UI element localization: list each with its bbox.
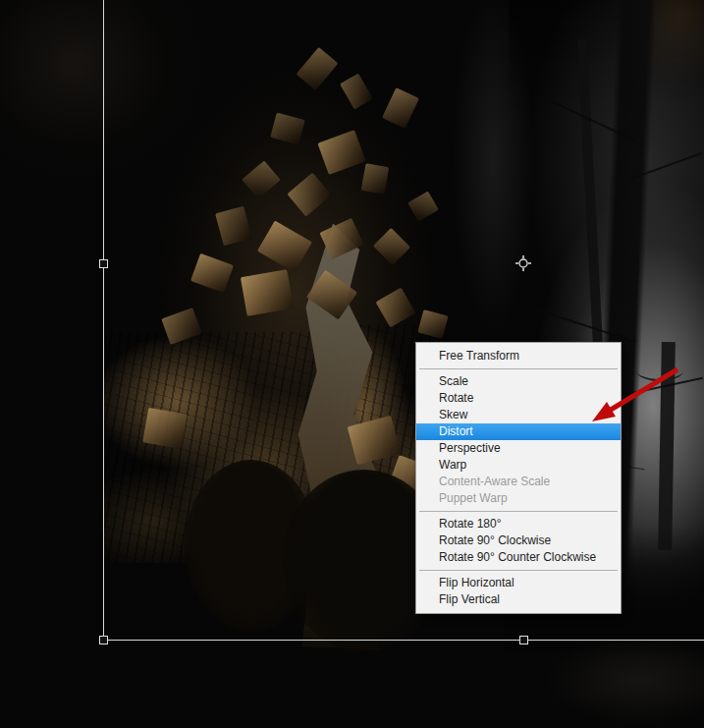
menu-item-skew[interactable]: Skew [416,407,621,423]
menu-separator [419,570,618,571]
menu-item-flip-horizontal[interactable]: Flip Horizontal [416,575,621,591]
texture-fragment [142,408,188,449]
reference-point-icon[interactable] [514,254,532,272]
menu-item-rotate-90-ccw[interactable]: Rotate 90° Counter Clockwise [416,549,621,566]
menu-item-distort[interactable]: Distort [416,423,621,440]
curved-branch [636,360,683,381]
menu-item-perspective[interactable]: Perspective [416,440,621,457]
menu-item-rotate[interactable]: Rotate [416,390,621,407]
texture-fragment [241,269,294,316]
menu-item-free-transform[interactable]: Free Transform [416,348,621,364]
transform-handle-bottom-center[interactable] [519,636,528,644]
menu-item-puppet-warp: Puppet Warp [416,490,621,507]
transform-box-left-edge [103,0,104,641]
menu-item-scale[interactable]: Scale [416,373,621,390]
menu-item-warp[interactable]: Warp [416,457,621,474]
menu-item-rotate-90-cw[interactable]: Rotate 90° Clockwise [416,532,621,549]
canvas-area[interactable]: Free Transform Scale Rotate Skew Distort… [0,0,704,728]
transform-box-bottom-edge [103,640,704,641]
menu-item-rotate-180[interactable]: Rotate 180° [416,516,621,532]
transform-handle-bottom-left[interactable] [99,636,108,644]
menu-separator [419,511,618,512]
texture-fragment [361,163,389,195]
menu-item-flip-vertical[interactable]: Flip Vertical [416,591,621,608]
ground-texture [545,641,704,728]
menu-separator [419,368,618,369]
menu-item-content-aware-scale: Content-Aware Scale [416,474,621,490]
transform-handle-left-middle[interactable] [99,259,108,268]
free-transform-context-menu: Free Transform Scale Rotate Skew Distort… [415,342,622,614]
